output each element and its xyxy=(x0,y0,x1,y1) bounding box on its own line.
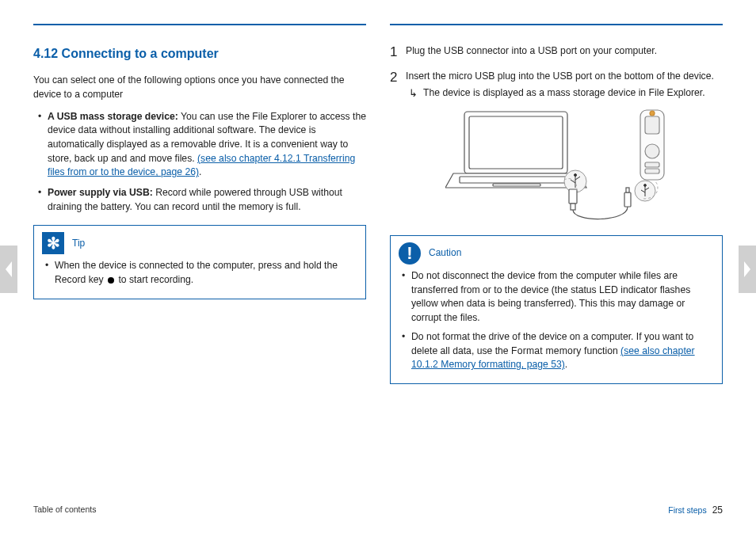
tip-text-a: When the device is connected to the comp… xyxy=(55,260,338,285)
callout-header: ✻ Tip xyxy=(42,232,357,254)
tip-icon: ✻ xyxy=(42,232,64,254)
format-memory-term: Format memory xyxy=(511,345,582,356)
svg-rect-7 xyxy=(569,189,577,204)
caution-text: Do not disconnect the device from the co… xyxy=(411,270,690,323)
tip-item: When the device is connected to the comp… xyxy=(42,259,357,287)
caution-text-b: function xyxy=(582,345,620,356)
caution-item: Do not disconnect the device from the co… xyxy=(399,269,714,326)
connection-illustration xyxy=(406,105,723,224)
caution-callout: ! Caution Do not disconnect the device f… xyxy=(390,235,723,384)
steps-list: Plug the USB connector into a USB port o… xyxy=(390,44,723,224)
caution-item: Do not format the drive of the device on… xyxy=(399,330,714,372)
option-label: Power supply via USB: xyxy=(48,187,153,198)
tip-list: When the device is connected to the comp… xyxy=(42,259,357,287)
step-result: The device is displayed as a mass storag… xyxy=(406,86,723,101)
chevron-right-icon xyxy=(743,261,752,277)
record-dot-icon xyxy=(108,277,114,284)
svg-rect-17 xyxy=(645,162,659,167)
left-column: 4.12 Connecting to a computer You can se… xyxy=(33,24,366,384)
svg-rect-8 xyxy=(571,204,575,210)
svg-point-19 xyxy=(650,111,655,116)
right-column: Plug the USB connector into a USB port o… xyxy=(390,24,723,384)
option-power-via-usb: Power supply via USB: Record while power… xyxy=(33,186,366,214)
svg-point-13 xyxy=(644,185,647,187)
toc-link[interactable]: Table of contents xyxy=(33,504,96,516)
options-list: A USB mass storage device: You can use t… xyxy=(33,110,366,215)
section-heading: 4.12 Connecting to a computer xyxy=(33,44,366,63)
callout-header: ! Caution xyxy=(399,242,714,265)
caution-list: Do not disconnect the device from the co… xyxy=(399,269,714,372)
caution-text-c: . xyxy=(565,359,567,370)
svg-rect-18 xyxy=(645,169,659,173)
callout-title: Caution xyxy=(429,246,461,260)
step-2: Insert the micro USB plug into the USB p… xyxy=(390,70,723,224)
callout-title: Tip xyxy=(72,237,85,250)
chapter-link[interactable]: First steps xyxy=(668,505,706,515)
svg-rect-10 xyxy=(626,188,629,192)
option-body-tail: . xyxy=(199,166,201,177)
step-1: Plug the USB connector into a USB port o… xyxy=(390,44,723,59)
footer-right: First steps 25 xyxy=(668,504,723,516)
svg-rect-1 xyxy=(469,116,563,169)
top-rule xyxy=(390,24,723,25)
option-usb-mass-storage: A USB mass storage device: You can use t… xyxy=(33,110,366,180)
svg-rect-15 xyxy=(645,116,659,134)
top-rule xyxy=(33,24,366,25)
intro-text: You can select one of the following opti… xyxy=(33,74,366,101)
page-footer: Table of contents First steps 25 xyxy=(33,504,723,516)
next-page-button[interactable] xyxy=(739,246,756,293)
step-text: Plug the USB connector into a USB port o… xyxy=(406,45,657,56)
svg-rect-0 xyxy=(464,112,567,173)
step-text: Insert the micro USB plug into the USB p… xyxy=(406,70,714,82)
page-number: 25 xyxy=(712,504,723,516)
svg-point-16 xyxy=(645,144,659,158)
svg-rect-9 xyxy=(624,192,631,207)
chevron-left-icon xyxy=(4,261,13,277)
prev-page-button[interactable] xyxy=(0,246,17,293)
svg-point-6 xyxy=(575,174,577,177)
tip-callout: ✻ Tip When the device is connected to th… xyxy=(33,225,366,299)
caution-icon: ! xyxy=(399,242,421,265)
option-label: A USB mass storage device: xyxy=(48,111,178,122)
page-content: 4.12 Connecting to a computer You can se… xyxy=(0,0,756,384)
laptop-device-usb-icon xyxy=(445,105,683,224)
tip-text-b: to start recording. xyxy=(116,274,193,285)
